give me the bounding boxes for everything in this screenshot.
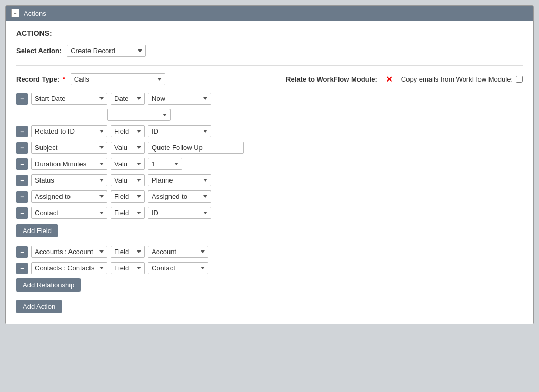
field-row-4: − Status Valu Planne — [16, 174, 523, 186]
actions-window: − Actions ACTIONS: Select Action: Create… — [5, 5, 534, 324]
extra-dropdown-row — [107, 109, 523, 121]
field-row-6: − Contact Field ID — [16, 207, 523, 219]
copy-emails-checkbox[interactable] — [516, 76, 523, 83]
field2-select-3[interactable]: Valu — [111, 158, 145, 170]
field1-select-1[interactable]: Related to ID — [31, 125, 107, 137]
rel-minus-btn-0[interactable]: − — [16, 246, 28, 258]
field2-select-1[interactable]: Field — [111, 125, 145, 137]
field3-select-6[interactable]: ID — [148, 207, 211, 219]
record-type-row: Record Type: * Calls Relate to WorkFlow … — [16, 73, 523, 85]
relationship-row-0: − Accounts : Account Field Account — [16, 246, 523, 258]
rel-minus-btn-1[interactable]: − — [16, 263, 28, 274]
field1-select-6[interactable]: Contact — [31, 207, 107, 219]
minus-btn-0[interactable]: − — [16, 93, 28, 105]
required-marker: * — [61, 75, 65, 83]
field1-select-0[interactable]: Start Date — [31, 93, 107, 105]
extra-dropdown-0[interactable] — [107, 109, 171, 121]
copy-emails-row: Copy emails from WorkFlow Module: — [401, 75, 523, 83]
copy-emails-label: Copy emails from WorkFlow Module: — [401, 75, 513, 83]
field1-select-4[interactable]: Status — [31, 174, 107, 186]
field1-select-3[interactable]: Duration Minutes — [31, 158, 107, 170]
field3-select-4[interactable]: Planne — [148, 174, 211, 186]
workflow-options: Relate to WorkFlow Module: ✕ Copy emails… — [286, 75, 523, 84]
field-row-1: − Related to ID Field ID — [16, 125, 523, 137]
field3-select-3[interactable]: 1 — [148, 158, 182, 170]
minus-btn-5[interactable]: − — [16, 191, 28, 203]
field3-select-5[interactable]: Assigned to — [148, 190, 211, 203]
rel-field1-select-1[interactable]: Contacts : Contacts — [31, 262, 107, 274]
field2-select-6[interactable]: Field — [111, 207, 145, 219]
field-row-0: − Start Date Date Now — [16, 93, 523, 105]
field2-select-0[interactable]: Date — [111, 93, 145, 105]
relationships-section: − Accounts : Account Field Account − Con… — [16, 246, 523, 274]
select-action-label: Select Action: — [16, 47, 62, 55]
field2-select-2[interactable]: Valu — [111, 142, 145, 154]
rel-field1-select-0[interactable]: Accounts : Account — [31, 246, 107, 258]
field-row-2: − Subject Valu — [16, 142, 523, 154]
add-relationship-button[interactable]: Add Relationship — [16, 278, 81, 292]
window-body: ACTIONS: Select Action: Create Record Re… — [6, 21, 533, 324]
minus-btn-4[interactable]: − — [16, 175, 28, 186]
minimize-icon[interactable]: − — [11, 9, 19, 17]
select-action-row: Select Action: Create Record — [16, 45, 523, 57]
select-action-select[interactable]: Create Record — [67, 45, 146, 57]
window-title: Actions — [24, 9, 46, 17]
minus-btn-1[interactable]: − — [16, 126, 28, 137]
record-type-select[interactable]: Calls — [71, 73, 165, 85]
minus-btn-3[interactable]: − — [16, 158, 28, 170]
field1-select-5[interactable]: Assigned to — [31, 190, 107, 203]
subject-input[interactable] — [148, 142, 244, 154]
minus-btn-2[interactable]: − — [16, 142, 28, 154]
divider — [16, 65, 523, 66]
relate-workflow-label: Relate to WorkFlow Module: — [286, 75, 377, 83]
rel-field2-select-1[interactable]: Field — [111, 262, 145, 274]
field1-select-2[interactable]: Subject — [31, 142, 107, 154]
field3-select-0[interactable]: Now — [148, 93, 211, 105]
field-row-3: − Duration Minutes Valu 1 — [16, 158, 523, 170]
add-field-button[interactable]: Add Field — [16, 224, 58, 237]
rel-field2-select-0[interactable]: Field — [111, 246, 145, 258]
section-title: ACTIONS: — [16, 29, 523, 37]
fields-section: − Start Date Date Now − — [16, 93, 523, 219]
record-type-label: Record Type: * — [16, 75, 65, 83]
relate-workflow-x[interactable]: ✕ — [386, 75, 393, 84]
minus-btn-6[interactable]: − — [16, 207, 28, 219]
window-titlebar: − Actions — [6, 6, 533, 21]
rel-field3-select-1[interactable]: Contact — [148, 262, 208, 274]
field2-select-4[interactable]: Valu — [111, 174, 145, 186]
field2-select-5[interactable]: Field — [111, 190, 145, 203]
field-row-5: − Assigned to Field Assigned to — [16, 190, 523, 203]
add-action-button[interactable]: Add Action — [16, 300, 62, 313]
field3-select-1[interactable]: ID — [148, 125, 211, 137]
relationship-row-1: − Contacts : Contacts Field Contact — [16, 262, 523, 274]
rel-field3-select-0[interactable]: Account — [148, 246, 208, 258]
